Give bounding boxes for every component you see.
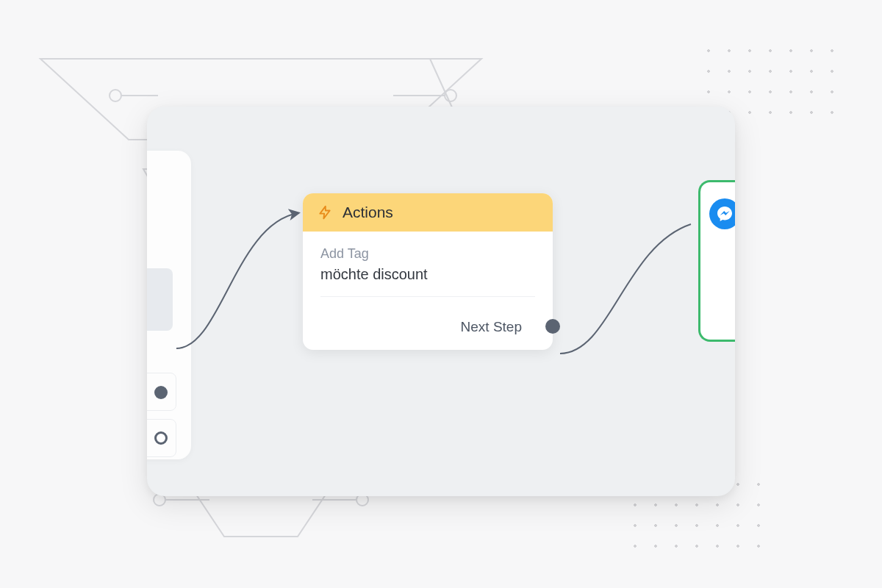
next-step-label: Next Step [461,319,522,334]
svg-point-8 [110,90,121,101]
next-step-port[interactable] [545,319,560,334]
previous-node-partial[interactable] [147,151,191,459]
actions-node-footer: Next Step [303,306,553,350]
output-port-filled[interactable] [154,386,168,399]
actions-node-header: Actions [303,193,553,232]
next-node-partial[interactable] [698,180,735,342]
messenger-icon [709,198,735,229]
actions-node-body: Add Tag möchte discount [303,232,553,306]
flow-canvas[interactable]: Actions Add Tag möchte discount Next Ste… [147,107,735,496]
svg-point-5 [445,90,456,101]
actions-node-title: Actions [343,204,393,221]
bolt-icon [318,204,332,221]
add-tag-label: Add Tag [320,246,535,262]
add-tag-value: möchte discount [320,266,535,297]
previous-node-content [147,268,173,331]
output-port-empty[interactable] [154,431,168,445]
actions-node[interactable]: Actions Add Tag möchte discount Next Ste… [303,193,553,350]
